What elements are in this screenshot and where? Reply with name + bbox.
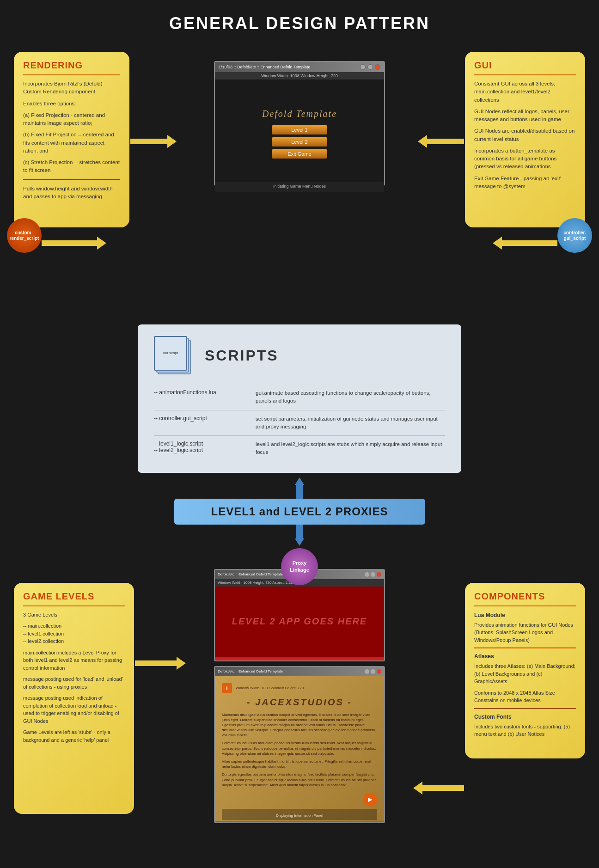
screenshot-title-text: 1/10/03 :: Defold/etc :: Enhanced Defold…	[219, 65, 310, 69]
scripts-row-2: -- level1_logic.script -- level2_logic.s…	[154, 436, 445, 461]
scripts-row-0: -- animationFunctions.lua gui.animate ba…	[154, 385, 445, 410]
gl-p6: Game Levels are left as 'stubs' - only a…	[23, 728, 125, 744]
win-btn-close[interactable]	[375, 64, 380, 70]
studio-title: - JACEXSTUDIOS -	[222, 697, 377, 708]
win-btn-min[interactable]	[360, 64, 366, 70]
scripts-header: lua script SCRIPTS	[154, 336, 445, 375]
center-screenshot: 1/10/03 :: Defold/etc :: Enhanced Defold…	[214, 61, 385, 186]
ss2-btn-close[interactable]	[377, 572, 381, 577]
rendering-p5: (c) Stretch Projection -- stretches cont…	[23, 159, 120, 175]
scripts-row-1: -- controller.gui_script set script para…	[154, 410, 445, 436]
gui-p3: GUI Nodes are enabled/disabled based on …	[474, 127, 576, 143]
parchment-p3: Vitae sapien pellentesque habitant morbi…	[222, 759, 377, 769]
proxies-label-box: LEVEL1 and LEVEL 2 PROXIES	[174, 499, 425, 525]
scripts-section: lua script SCRIPTS -- animationFunctions…	[138, 324, 461, 473]
script-page-front: lua script	[154, 336, 187, 371]
rendering-p4: (b) Fixed Fit Projection -- centered and…	[23, 131, 120, 155]
ss2-btn-min[interactable]	[365, 572, 369, 577]
parchment-p2: Fermentum iaculis as mor diam phasellus …	[222, 740, 377, 756]
gl-p1: 3 Game Levels:	[23, 611, 125, 619]
gui-p2: GUI Nodes reflect all logos, panels, use…	[474, 108, 576, 124]
badge-left-arrow	[42, 237, 106, 250]
level2-text: LEVEL 2 APP GOES HERE	[232, 616, 367, 627]
comp-desc-1: Includes three Atlases: (a) Main Backgro…	[474, 662, 576, 685]
screenshot-titlebar: 1/10/03 :: Defold/etc :: Enhanced Defold…	[215, 62, 384, 72]
components-arrow	[413, 782, 464, 795]
parchment-body: i Window Width: 1008 Window Height: 720 …	[215, 676, 384, 821]
page-title: GENERAL DESIGN PATTERN	[0, 0, 599, 43]
proxies-connector: LEVEL1 and LEVEL 2 PROXIES	[0, 477, 599, 546]
scripts-title: SCRIPTS	[205, 347, 279, 364]
comp-title-1: Atlases	[474, 652, 576, 660]
win-btn-max[interactable]	[367, 64, 373, 70]
ss2-btn-max[interactable]	[371, 572, 375, 577]
screenshot-footer: Initiating Game Menu Nodes	[215, 182, 384, 192]
down-arrowhead	[295, 538, 304, 546]
gui-p5: Exit Game Feature - passing an 'exit' me…	[474, 175, 576, 191]
gl-p4: message posting used for 'load' and 'unl…	[23, 675, 125, 691]
down-shaft	[296, 525, 303, 538]
rendering-p1: Incorporates Bjorn Ritzl's (Defold) Cust…	[23, 80, 120, 96]
ss3-btn-min[interactable]	[365, 669, 369, 674]
script-desc-2: level1 and level2_logic.scripts are stub…	[256, 440, 445, 457]
gui-arrow	[418, 135, 464, 148]
gui-p4: Incorporates a button_template as common…	[474, 147, 576, 171]
bottom-section: Proxy Linkage GAME LEVELS 3 Game Levels:…	[0, 555, 599, 868]
parchment-p4: Du turpis egentias posuere annor phasell…	[222, 772, 377, 788]
parchment-footer-bar: Displaying Information Panel	[222, 809, 377, 820]
level1-btn[interactable]: Level 1	[272, 125, 327, 134]
top-section: RENDERING Incorporates Bjorn Ritzl's (De…	[0, 52, 599, 311]
rendering-p2: Enables three options:	[23, 100, 120, 108]
game-levels-heading: GAME LEVELS	[23, 591, 125, 606]
rendering-box: RENDERING Incorporates Bjorn Ritzl's (De…	[14, 52, 129, 227]
parchment-next-btn[interactable]: ►	[363, 793, 377, 807]
rendering-p3: (a) Fixed Projection - centered and main…	[23, 111, 120, 128]
ss3-title-text: Defold/etc :: Enhanced Defold Template	[218, 669, 283, 673]
ss2-title-text: Defold/etc :: Enhanced Defold Template	[218, 572, 283, 576]
exit-btn[interactable]: Exit Game	[272, 149, 327, 159]
levels-arrow	[135, 657, 186, 670]
badge-right-arrow	[493, 237, 557, 250]
rendering-arrow	[130, 135, 177, 148]
comp-desc-0: Provides animation functions for GUI Nod…	[474, 621, 576, 644]
proxy-badge: Proxy Linkage	[281, 548, 318, 585]
gl-p5: message posting used indication of compl…	[23, 694, 125, 725]
proxy-badge-text: Proxy Linkage	[290, 560, 309, 573]
parchment-nav: ►	[222, 790, 377, 807]
script-name-0: -- animationFunctions.lua	[154, 389, 246, 396]
ss2-body: LEVEL 2 APP GOES HERE	[215, 587, 384, 657]
parchment-dim: Window Width: 1008 Window Height: 720	[236, 686, 304, 690]
screenshot-dim-bar: Window Width: 1008 Window Height: 720	[215, 72, 384, 79]
gl-p3: main.collection includes a Level Proxy f…	[23, 649, 125, 672]
info-icon: i	[222, 683, 232, 693]
components-heading: COMPONENTS	[474, 591, 576, 606]
game-levels-box: GAME LEVELS 3 Game Levels: -- main.colle…	[14, 583, 134, 814]
ss3-btn-max[interactable]	[371, 669, 375, 674]
parchment-top: i Window Width: 1008 Window Height: 720	[222, 683, 377, 693]
ss2-win-btns	[365, 572, 381, 577]
arrow-up-top	[295, 477, 304, 499]
gui-p1: Consistent GUI across all 3 levels: main…	[474, 80, 576, 104]
ss3-titlebar: Defold/etc :: Enhanced Defold Template	[215, 667, 384, 676]
gl-p2: -- main.collection -- level1.collection …	[23, 622, 125, 645]
parchment-p1: Maecenas disu ligae lacus facilisis ocop…	[222, 712, 377, 738]
parchment-screenshot: Defold/etc :: Enhanced Defold Template i…	[214, 666, 385, 823]
up-arrowhead	[295, 477, 304, 485]
scripts-icon: lua script	[154, 336, 196, 375]
ss3-btn-close[interactable]	[377, 669, 381, 674]
script-desc-0: gui.animate based cascading functions to…	[256, 389, 445, 405]
ss3-win-btns	[365, 669, 381, 674]
comp-desc-2: Conforms to 2048 x 2048 Atlas Size Const…	[474, 689, 576, 704]
script-name-1: -- controller.gui_script	[154, 415, 246, 422]
gui-heading: GUI	[474, 60, 576, 75]
render-script-badge: custom_ render_script	[7, 218, 42, 253]
defold-title: Defold Template	[262, 109, 337, 119]
level2-btn[interactable]: Level 2	[272, 137, 327, 147]
proxies-label: LEVEL1 and LEVEL 2 PROXIES	[211, 505, 388, 518]
comp-desc-3: Includes two custom fonts - supporting: …	[474, 723, 576, 738]
comp-title-0: Lua Module	[474, 611, 576, 619]
gui-script-badge: controller. gui_script	[557, 218, 592, 253]
rendering-heading: RENDERING	[23, 60, 120, 75]
arrow-down	[295, 525, 304, 546]
comp-title-3: Custom Fonts	[474, 713, 576, 721]
